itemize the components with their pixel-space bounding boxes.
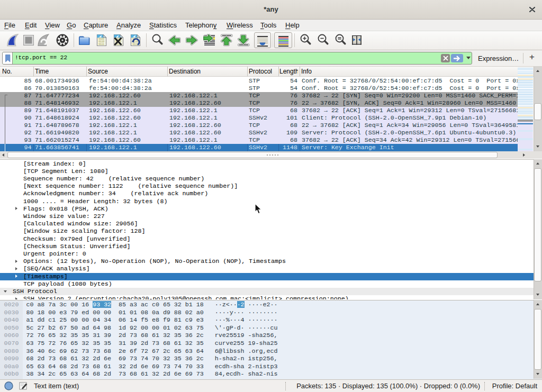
- svg-text:0111: 0111: [132, 43, 138, 45]
- svg-text:0111: 0111: [98, 43, 104, 45]
